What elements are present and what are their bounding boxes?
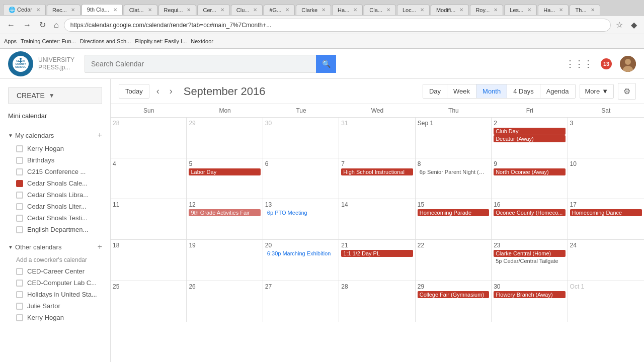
cal-cell-1-4[interactable]: 86p Senior Parent Night (The...	[416, 158, 492, 199]
event-1-1-0[interactable]: Labor Day	[189, 168, 260, 175]
calendar-item-cedar-shoals-cal[interactable]: Cedar Shoals Cale...	[4, 177, 106, 189]
cal-cell-4-3[interactable]: 28	[339, 281, 415, 322]
search-input[interactable]	[85, 55, 336, 73]
cal-cell-3-2[interactable]: 206:30p Marching Exhibition	[263, 240, 339, 280]
calendar-item-ced-computer[interactable]: CED-Computer Lab C...	[4, 277, 106, 289]
calendar-checkbox-ced-career[interactable]	[16, 268, 23, 275]
search-button[interactable]: 🔍	[316, 55, 336, 73]
cal-cell-4-6[interactable]: Oct 1	[568, 281, 644, 322]
event-0-5-1[interactable]: Decatur (Away)	[494, 135, 565, 142]
bookmark-training[interactable]: Training Center: Fun...	[21, 38, 76, 44]
cal-cell-0-5[interactable]: 2Club DayDecatur (Away)	[492, 118, 568, 158]
other-calendars-plus-icon[interactable]: +	[98, 242, 102, 251]
event-0-5-0[interactable]: Club Day	[494, 128, 565, 135]
cal-cell-1-6[interactable]: 10	[568, 158, 644, 199]
calendar-item-holidays[interactable]: Holidays in United Sta...	[4, 289, 106, 300]
bookmark-nextdoor[interactable]: Nextdoor	[191, 38, 213, 44]
event-2-1-0[interactable]: 9th Grade Activities Fair	[189, 209, 260, 216]
other-calendars-header[interactable]: ▼ Other calendars +	[4, 239, 106, 254]
settings-button[interactable]: ⚙	[618, 83, 636, 100]
calendar-checkbox-ced-computer[interactable]	[16, 280, 23, 287]
event-2-6-0[interactable]: Homecoming Dance	[570, 209, 642, 216]
cal-cell-2-3[interactable]: 14	[339, 199, 415, 239]
event-3-5-1[interactable]: 5p Cedar/Central Tailgate	[494, 257, 565, 264]
cal-cell-2-4[interactable]: 15Homecoming Parade	[416, 199, 492, 239]
cal-cell-1-5[interactable]: 9North Oconee (Away)	[492, 158, 568, 199]
tab-ha2[interactable]: Ha... ✕	[538, 5, 569, 15]
bookmark-button[interactable]: ☆	[613, 19, 626, 31]
event-2-4-0[interactable]: Homecoming Parade	[418, 209, 489, 216]
cal-cell-3-6[interactable]: 24	[568, 240, 644, 280]
prev-month-button[interactable]: ‹	[153, 84, 163, 99]
view-day-button[interactable]: Day	[423, 84, 447, 98]
calendar-item-c215[interactable]: C215 Conference ...	[4, 166, 106, 177]
event-2-5-0[interactable]: Oconee County (Homeco...	[494, 209, 565, 216]
event-1-5-0[interactable]: North Oconee (Away)	[494, 168, 565, 175]
bookmark-apps[interactable]: Apps	[4, 38, 17, 44]
view-week-button[interactable]: Week	[447, 84, 476, 98]
cal-cell-3-0[interactable]: 18	[111, 240, 187, 280]
tab-9thcla[interactable]: 9th Cla... ✕	[82, 4, 123, 15]
cal-cell-1-2[interactable]: 6	[263, 158, 339, 199]
event-3-5-0[interactable]: Clarke Central (Home)	[494, 250, 565, 257]
extensions-button[interactable]: ◆	[628, 19, 640, 31]
event-1-4-0[interactable]: 6p Senior Parent Night (The...	[418, 168, 489, 175]
cal-cell-2-5[interactable]: 16Oconee County (Homeco...	[492, 199, 568, 239]
event-4-5-0[interactable]: Flowery Branch (Away)	[494, 291, 565, 298]
tab-requi[interactable]: Requi... ✕	[158, 5, 197, 15]
view-month-button[interactable]: Month	[476, 84, 507, 98]
tab-cla2[interactable]: Cla... ✕	[364, 5, 396, 15]
back-button[interactable]: ←	[4, 20, 18, 31]
cal-cell-1-0[interactable]: 4	[111, 158, 187, 199]
event-4-4-0[interactable]: College Fair (Gymnasium)	[418, 291, 489, 298]
tab-ha1[interactable]: Ha... ✕	[332, 5, 363, 15]
cal-cell-0-3[interactable]: 31	[339, 118, 415, 158]
tab-hashtag-g[interactable]: #G... ✕	[264, 5, 295, 15]
event-1-3-0[interactable]: High School Instructional	[341, 168, 413, 175]
bookmark-flippity[interactable]: Flippity.net: Easily I...	[135, 38, 187, 44]
calendar-item-cedar-testi[interactable]: Cedar Shoals Testi...	[4, 212, 106, 224]
cal-cell-2-0[interactable]: 11	[111, 199, 187, 239]
calendar-item-english-dept[interactable]: English Departmen...	[4, 224, 106, 235]
cal-cell-4-1[interactable]: 26	[187, 281, 263, 322]
calendar-item-kerry-hogan[interactable]: Kerry Hogan	[4, 143, 106, 154]
event-3-3-0[interactable]: 1:1 1/2 Day PL	[341, 250, 413, 257]
my-calendars-plus-icon[interactable]: +	[98, 131, 102, 140]
tab-th[interactable]: Th... ✕	[570, 5, 600, 15]
cal-cell-2-1[interactable]: 129th Grade Activities Fair	[187, 199, 263, 239]
calendar-checkbox-cedar-liter[interactable]	[16, 203, 23, 210]
avatar[interactable]	[620, 56, 636, 72]
calendar-item-birthdays[interactable]: Birthdays	[4, 154, 106, 166]
event-2-2-0[interactable]: 6p PTO Meeting	[265, 209, 337, 216]
today-button[interactable]: Today	[119, 84, 149, 99]
calendar-checkbox-kerry-hogan-other[interactable]	[16, 314, 23, 321]
url-input[interactable]	[64, 19, 611, 32]
calendar-checkbox-c215[interactable]	[16, 168, 23, 175]
cal-cell-0-2[interactable]: 30	[263, 118, 339, 158]
cal-cell-3-5[interactable]: 23Clarke Central (Home)5p Cedar/Central …	[492, 240, 568, 280]
forward-button[interactable]: →	[20, 20, 34, 31]
mini-calendar-title[interactable]: Mini calendar	[8, 112, 47, 120]
calendar-checkbox-holidays[interactable]	[16, 291, 23, 298]
tab-roy[interactable]: Roy... ✕	[470, 5, 503, 15]
calendar-checkbox-cedar-testi[interactable]	[16, 215, 23, 222]
notification-badge[interactable]: 13	[601, 58, 612, 69]
calendar-item-julie-sartor[interactable]: Julie Sartor	[4, 300, 106, 312]
cal-cell-3-1[interactable]: 19	[187, 240, 263, 280]
create-button[interactable]: CREATE ▼	[8, 87, 102, 104]
my-calendars-header[interactable]: ▼ My calendars +	[4, 128, 106, 143]
reload-button[interactable]: ↻	[36, 19, 49, 31]
tab-les[interactable]: Les... ✕	[504, 5, 537, 15]
tab-rec[interactable]: Rec... ✕	[47, 5, 80, 15]
tab-loc[interactable]: Loc... ✕	[397, 5, 430, 15]
calendar-checkbox-cedar-libra[interactable]	[16, 192, 23, 199]
cal-cell-3-3[interactable]: 211:1 1/2 Day PL	[339, 240, 415, 280]
calendar-checkbox-birthdays[interactable]	[16, 157, 23, 164]
calendar-checkbox-cedar-shoals-cal[interactable]	[16, 180, 23, 187]
tab-clarke[interactable]: Clarke ✕	[296, 5, 331, 15]
cal-cell-1-1[interactable]: 5Labor Day	[187, 158, 263, 199]
event-3-2-0[interactable]: 6:30p Marching Exhibition	[265, 250, 337, 257]
next-month-button[interactable]: ›	[167, 84, 176, 99]
calendar-checkbox-kerry-hogan[interactable]	[16, 145, 23, 152]
tab-modifi[interactable]: Modifi... ✕	[431, 5, 469, 15]
